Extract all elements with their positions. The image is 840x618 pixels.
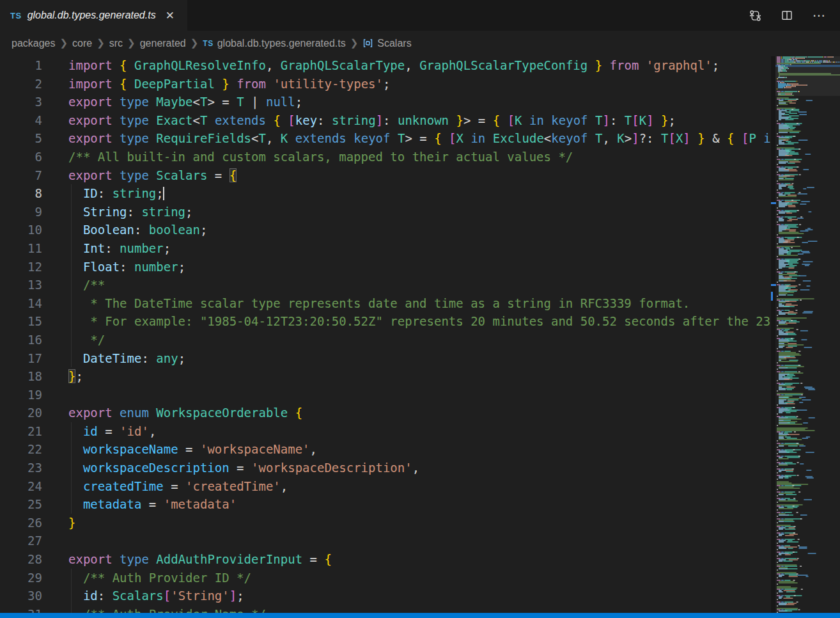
- line-number[interactable]: 23: [0, 459, 42, 477]
- line-number[interactable]: 21: [0, 422, 42, 441]
- code-line-26[interactable]: 26}: [0, 514, 771, 532]
- code-line-25[interactable]: 25 metadata = 'metadata': [0, 495, 771, 514]
- breadcrumb-item-core[interactable]: core: [72, 38, 92, 49]
- line-number[interactable]: 18: [0, 367, 42, 386]
- line-number[interactable]: 6: [0, 148, 42, 166]
- line-number[interactable]: 7: [0, 166, 42, 185]
- breadcrumb-label: src: [109, 38, 123, 49]
- minimap[interactable]: [775, 56, 840, 613]
- code-line-30[interactable]: 30 id: Scalars['String'];: [0, 587, 771, 605]
- code-text: import { DeepPartial } from 'utility-typ…: [68, 75, 390, 93]
- code-text: workspaceDescription = 'workspaceDescrip…: [68, 459, 419, 477]
- line-number[interactable]: 27: [0, 532, 42, 550]
- line-number[interactable]: 25: [0, 495, 42, 514]
- line-number[interactable]: 26: [0, 514, 42, 532]
- code-line-24[interactable]: 24 createdTime = 'createdTime',: [0, 477, 771, 496]
- code-text: id: Scalars['String'];: [68, 587, 244, 605]
- code-line-17[interactable]: 17 DateTime: any;: [0, 349, 771, 368]
- code-line-3[interactable]: 3export type Maybe<T> = T | null;: [0, 93, 771, 111]
- code-line-7[interactable]: 7export type Scalars = {: [0, 166, 771, 185]
- minimap-slider[interactable]: [775, 56, 840, 96]
- code-line-11[interactable]: 11 Int: number;: [0, 239, 771, 258]
- line-number[interactable]: 16: [0, 331, 42, 349]
- code-line-23[interactable]: 23 workspaceDescription = 'workspaceDesc…: [0, 459, 771, 477]
- breadcrumb-item-packages[interactable]: packages: [12, 38, 56, 49]
- line-number[interactable]: 24: [0, 477, 42, 496]
- code-line-16[interactable]: 16 */: [0, 331, 771, 349]
- line-number[interactable]: 19: [0, 386, 42, 404]
- code-line-19[interactable]: 19: [0, 386, 771, 404]
- vscode-window: TS global.db.types.generated.ts ✕: [0, 0, 840, 618]
- code-line-13[interactable]: 13 /**: [0, 276, 771, 294]
- line-number[interactable]: 3: [0, 93, 42, 111]
- line-number[interactable]: 8: [0, 184, 42, 203]
- code-text: /** Auth Provider ID */: [68, 569, 251, 587]
- code-line-15[interactable]: 15 * For example: "1985-04-12T23:20:50.5…: [0, 312, 771, 331]
- code-line-12[interactable]: 12 Float: number;: [0, 258, 771, 276]
- line-number[interactable]: 11: [0, 239, 42, 258]
- open-changes-icon[interactable]: [749, 9, 761, 22]
- breadcrumb-item-generated[interactable]: generated: [140, 38, 186, 49]
- tab-global-db-types-generated-ts[interactable]: TS global.db.types.generated.ts ✕: [0, 0, 187, 31]
- line-number[interactable]: 29: [0, 569, 42, 587]
- code-text: String: string;: [68, 203, 193, 221]
- code-text: createdTime = 'createdTime',: [68, 477, 288, 496]
- code-line-10[interactable]: 10 Boolean: boolean;: [0, 221, 771, 239]
- line-number[interactable]: 15: [0, 312, 42, 331]
- code-line-4[interactable]: 4export type Exact<T extends { [key: str…: [0, 111, 771, 130]
- line-number[interactable]: 4: [0, 111, 42, 130]
- line-number[interactable]: 9: [0, 203, 42, 221]
- code-text: export type Exact<T extends { [key: stri…: [68, 111, 676, 130]
- line-number[interactable]: 17: [0, 349, 42, 368]
- line-number[interactable]: 5: [0, 129, 42, 148]
- code-text: Float: number;: [68, 258, 185, 276]
- line-number[interactable]: 12: [0, 258, 42, 276]
- text-cursor: [163, 187, 164, 200]
- code-text: export type Maybe<T> = T | null;: [68, 93, 302, 111]
- status-bar[interactable]: [0, 613, 840, 618]
- line-number[interactable]: 28: [0, 550, 42, 569]
- code-editor[interactable]: 1import { GraphQLResolveInfo, GraphQLSca…: [0, 56, 771, 614]
- breadcrumb-item-src[interactable]: src: [109, 38, 123, 49]
- code-line-14[interactable]: 14 * The DateTime scalar type represents…: [0, 294, 771, 313]
- code-line-9[interactable]: 9 String: string;: [0, 203, 771, 221]
- line-number[interactable]: 1: [0, 56, 42, 75]
- breadcrumb-item-global-db-types-generated-ts[interactable]: TSglobal.db.types.generated.ts: [203, 38, 345, 49]
- code-line-2[interactable]: 2import { DeepPartial } from 'utility-ty…: [0, 75, 771, 93]
- line-number[interactable]: 2: [0, 75, 42, 93]
- line-number[interactable]: 22: [0, 440, 42, 459]
- code-text: export enum WorkspaceOrderable {: [68, 404, 302, 422]
- close-tab-icon[interactable]: ✕: [162, 8, 178, 24]
- breadcrumb-item-scalars[interactable]: Scalars: [362, 38, 411, 49]
- code-line-6[interactable]: 6/** All built-in and custom scalars, ma…: [0, 148, 771, 166]
- code-line-5[interactable]: 5export type RequireFields<T, K extends …: [0, 129, 771, 148]
- code-text: * For example: "1985-04-12T23:20:50.52Z"…: [68, 312, 771, 331]
- code-line-21[interactable]: 21 id = 'id',: [0, 422, 771, 441]
- line-number[interactable]: 30: [0, 587, 42, 605]
- code-line-8[interactable]: 8 ID: string;: [0, 184, 771, 203]
- vertical-scrollbar[interactable]: [771, 56, 775, 613]
- code-line-29[interactable]: 29 /** Auth Provider ID */: [0, 569, 771, 587]
- code-text: Int: number;: [68, 239, 171, 258]
- code-text: workspaceName = 'workspaceName',: [68, 440, 317, 459]
- tab-title: global.db.types.generated.ts: [27, 10, 156, 21]
- more-actions-icon[interactable]: ⋯: [813, 12, 826, 19]
- line-number[interactable]: 10: [0, 221, 42, 239]
- code-text: }: [68, 514, 75, 532]
- line-number[interactable]: 14: [0, 294, 42, 313]
- breadcrumb-label: packages: [12, 38, 56, 49]
- breadcrumb-label: Scalars: [377, 38, 411, 49]
- code-line-1[interactable]: 1import { GraphQLResolveInfo, GraphQLSca…: [0, 56, 771, 75]
- code-line-20[interactable]: 20export enum WorkspaceOrderable {: [0, 404, 771, 422]
- split-editor-icon[interactable]: [781, 9, 793, 22]
- line-number[interactable]: 20: [0, 404, 42, 422]
- code-line-27[interactable]: 27: [0, 532, 771, 550]
- line-number[interactable]: 13: [0, 276, 42, 294]
- code-text: Boolean: boolean;: [68, 221, 207, 239]
- code-line-22[interactable]: 22 workspaceName = 'workspaceName',: [0, 440, 771, 459]
- code-line-18[interactable]: 18};: [0, 367, 771, 386]
- code-line-28[interactable]: 28export type AddAuthProviderInput = {: [0, 550, 771, 569]
- breadcrumb-label: generated: [140, 38, 186, 49]
- breadcrumb-separator-icon: ❯: [123, 37, 140, 49]
- code-text: export type Scalars = {: [68, 166, 237, 185]
